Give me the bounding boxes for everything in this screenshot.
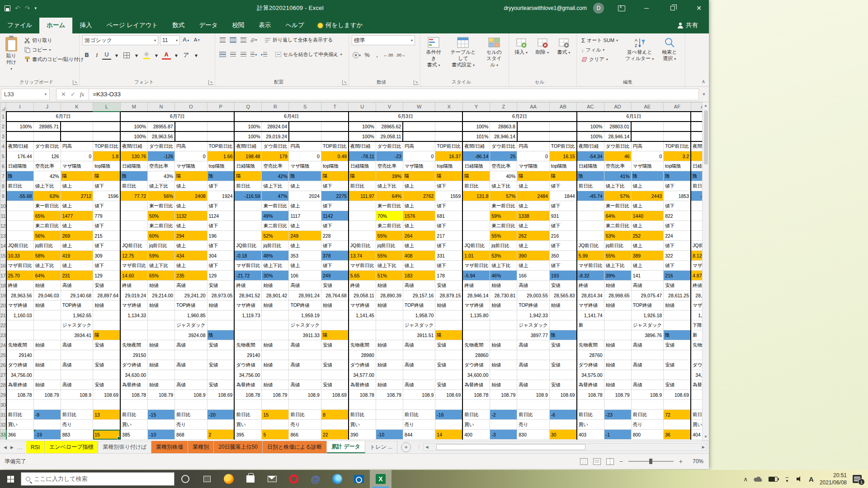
select-all-corner[interactable] <box>0 103 6 112</box>
format-painter-button[interactable]: 書式のコピー/貼り付け <box>23 55 85 64</box>
cell-Q12[interactable] <box>234 221 262 231</box>
cell-AE10[interactable]: 値上 <box>631 201 663 211</box>
cell-L14[interactable]: 値下 <box>93 241 120 251</box>
cell-AC18[interactable]: 終値 <box>577 281 604 291</box>
cell-AD19[interactable]: 28,998.65 <box>604 291 631 300</box>
cell-AC13[interactable] <box>577 231 604 241</box>
column-header-N[interactable]: N <box>148 103 175 112</box>
cell-P22[interactable] <box>207 320 234 330</box>
cell-O9[interactable]: 2408 <box>175 191 207 201</box>
onedrive-cloud-icon[interactable] <box>754 476 763 482</box>
cell-N6[interactable]: 空売比率 <box>148 161 175 171</box>
cell-I13[interactable] <box>6 231 34 241</box>
decrease-indent-button[interactable]: ◂ <box>249 50 258 59</box>
cell-AB29[interactable]: 108.69 <box>549 390 576 400</box>
cell-AC25[interactable]: 28760 <box>577 350 604 360</box>
clock[interactable]: 20:512021/06/08 <box>820 472 847 486</box>
cell-V28[interactable]: 始値 <box>376 380 403 390</box>
cell-AA27[interactable] <box>517 370 549 380</box>
cell-M17[interactable]: 14.60 <box>120 271 148 281</box>
cell-W25[interactable] <box>403 350 435 360</box>
cell-J25[interactable] <box>33 350 61 360</box>
cell-AG24[interactable]: 先物夜間 <box>691 340 702 350</box>
cell-AD21[interactable] <box>604 310 631 320</box>
cell-T13[interactable]: 228 <box>321 231 348 241</box>
cell-AA29[interactable]: 108.9 <box>517 390 549 400</box>
cell-L5[interactable]: 1.8 <box>93 151 120 161</box>
bold-button[interactable]: B <box>82 51 91 60</box>
cell-AF14[interactable]: 値下 <box>664 241 691 251</box>
row-header-30[interactable]: 30 <box>0 400 6 410</box>
cell-W31[interactable]: 前日比 <box>403 410 435 420</box>
clear-button[interactable]: クリア▾ <box>580 55 610 64</box>
cell-AG10[interactable] <box>691 201 702 211</box>
cell-AG19[interactable]: 28,860.08 <box>691 291 702 300</box>
cell-W15[interactable]: 408 <box>403 251 435 261</box>
column-header-L[interactable]: L <box>93 103 120 112</box>
cell-N32[interactable] <box>148 420 175 430</box>
cell-V27[interactable] <box>376 370 403 380</box>
cell-N16[interactable]: 値上下比 <box>148 261 175 271</box>
cell-Y26[interactable]: ダウ終値 <box>462 360 490 370</box>
cell-S8[interactable]: 値上 <box>289 181 321 191</box>
cell-AA30[interactable] <box>517 400 549 410</box>
cell-AB11[interactable]: 931 <box>549 211 576 221</box>
cell-I4[interactable]: 夜間/日経 <box>6 141 34 151</box>
cell-AG6[interactable]: 日経陽陰 <box>691 161 702 171</box>
cell-O6[interactable]: マザ陽陰 <box>175 161 207 171</box>
underline-button[interactable]: U <box>102 51 111 60</box>
cell-AF16[interactable]: 値下 <box>664 261 691 271</box>
sheet-tab-20日騰落上位50[interactable]: 20日騰落上位50 <box>214 441 263 453</box>
cell-O23[interactable]: 3924.08 <box>175 330 207 340</box>
cell-N14[interactable]: jq前日比 <box>148 241 175 251</box>
vertical-scrollbar[interactable]: ▲ ▼ <box>702 102 709 441</box>
cell-P19[interactable]: 28,973.05 <box>207 291 234 300</box>
cell-X30[interactable] <box>435 400 462 410</box>
cell-R28[interactable]: 始値 <box>262 380 289 390</box>
cell-K12[interactable]: 値上 <box>61 221 93 231</box>
cell-W11[interactable]: 1576 <box>403 211 435 221</box>
cell-AF27[interactable] <box>664 370 691 380</box>
cell-AF11[interactable]: 822 <box>664 211 691 221</box>
cell-Z25[interactable] <box>490 350 517 360</box>
cell-AF28[interactable]: 安値 <box>664 380 691 390</box>
cell-AD13[interactable]: 53% <box>604 231 631 241</box>
horizontal-scrollbar[interactable]: ◀ ▶ <box>423 443 707 451</box>
cell-L21[interactable] <box>93 310 120 320</box>
cell-S21[interactable]: 1,959.19 <box>289 310 321 320</box>
cell-W30[interactable] <box>403 400 435 410</box>
cell-K11[interactable]: 1477 <box>61 211 93 221</box>
column-header-U[interactable]: U <box>349 103 376 112</box>
cell-Q31[interactable]: 前日比 <box>234 410 262 420</box>
cell-L22[interactable] <box>93 320 120 330</box>
cell-N15[interactable]: 59% <box>148 251 175 261</box>
cell-P16[interactable]: 値下 <box>207 261 234 271</box>
cell-T30[interactable] <box>321 400 348 410</box>
cell-Q4[interactable]: 夜間/日経 <box>234 141 262 151</box>
cell-AG16[interactable]: マザ前日比 <box>691 261 702 271</box>
cell-W28[interactable]: 高値 <box>403 380 435 390</box>
cell-AC31[interactable]: 前日比 <box>577 410 604 420</box>
ribbon-tab-ヘルプ[interactable]: ヘルプ <box>278 18 311 33</box>
cell-K24[interactable]: 高値 <box>61 340 93 350</box>
cell-V2[interactable]: 28965.62 <box>376 122 403 131</box>
expand-formula-bar-icon[interactable]: ▾ <box>699 91 709 97</box>
cell-K33[interactable]: 883 <box>61 430 93 440</box>
cell-P30[interactable] <box>207 400 234 410</box>
number-format-combobox[interactable]: 標準▾ <box>352 35 415 45</box>
cell-AC20[interactable]: マザ終値 <box>577 300 604 310</box>
cell-AE27[interactable] <box>631 370 663 380</box>
ribbon-tab-ページ レイアウト[interactable]: ページ レイアウト <box>99 18 165 33</box>
cell-X14[interactable]: 値下 <box>435 241 462 251</box>
cell-L7[interactable]: 陽 <box>93 171 120 181</box>
cell-V30[interactable] <box>376 400 403 410</box>
wrap-text-button[interactable]: 折り返して全体を表示する <box>263 36 335 44</box>
cell-R5[interactable]: 179 <box>262 151 289 161</box>
cell-X32[interactable] <box>435 420 462 430</box>
cell-J28[interactable]: 始値 <box>33 380 61 390</box>
cell-AG28[interactable]: 為替終値 <box>691 380 702 390</box>
cell-Q25[interactable]: 29140 <box>234 350 262 360</box>
cell-AC28[interactable]: 為替終値 <box>577 380 604 390</box>
cell-L10[interactable]: 値下 <box>93 201 120 211</box>
increase-indent-button[interactable]: ▸ <box>259 50 269 59</box>
